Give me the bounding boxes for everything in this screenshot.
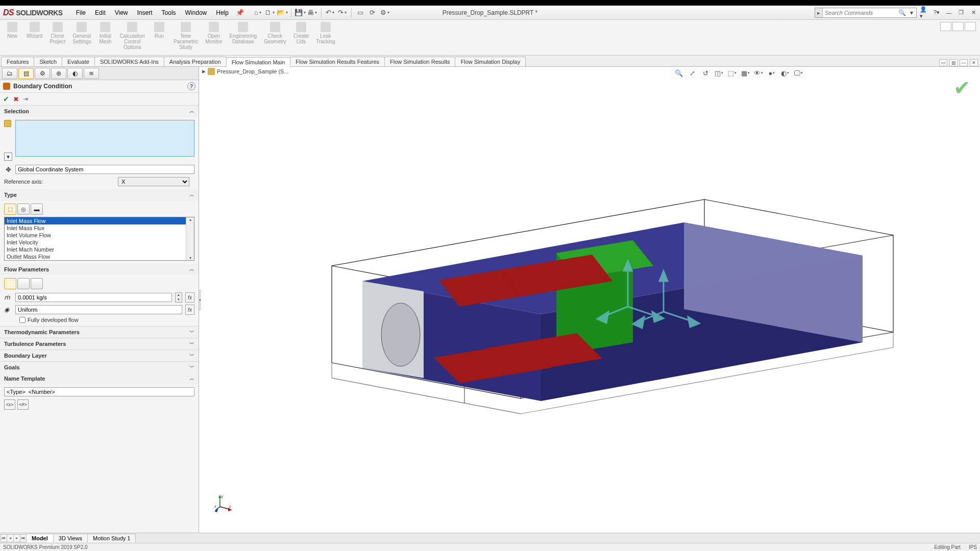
type-option[interactable]: Inlet Volume Flow bbox=[5, 232, 194, 239]
property-manager-tab[interactable]: ▤ bbox=[18, 68, 34, 79]
type-listbox[interactable]: Inlet Mass FlowInlet Mass FluxInlet Volu… bbox=[4, 217, 194, 261]
ribbon-general[interactable]: GeneralSettings bbox=[69, 21, 94, 55]
search-input[interactable] bbox=[823, 10, 898, 16]
tab-flow-simulation-results[interactable]: Flow Simulation Results bbox=[384, 57, 455, 66]
ribbon-leak[interactable]: LeakTracking bbox=[313, 21, 338, 55]
search-commands[interactable]: ▸ 🔍 ▾ bbox=[815, 8, 917, 18]
profile-input[interactable] bbox=[15, 305, 182, 314]
menu-file[interactable]: File bbox=[72, 7, 90, 18]
ok-button[interactable]: ✔ bbox=[3, 95, 9, 103]
tab-nav-next[interactable]: ▸ bbox=[13, 534, 20, 542]
cancel-button[interactable]: ✖ bbox=[13, 95, 19, 103]
flow-swirl-button[interactable] bbox=[17, 278, 30, 289]
flow-vector-button[interactable] bbox=[31, 278, 43, 289]
panel-splitter[interactable]: ◂ bbox=[199, 290, 201, 310]
filter-icon[interactable]: ▼ bbox=[4, 153, 12, 161]
tab-flow-simulation-display[interactable]: Flow Simulation Display bbox=[455, 57, 526, 66]
tab-nav-first[interactable]: ⏮ bbox=[0, 534, 7, 542]
view-orient-icon[interactable]: ⬚ bbox=[727, 68, 737, 78]
search-icon[interactable]: 🔍 bbox=[898, 9, 907, 16]
tab-sketch[interactable]: Sketch bbox=[34, 57, 62, 66]
tab-features[interactable]: Features bbox=[1, 57, 34, 66]
prev-view-icon[interactable]: ↺ bbox=[700, 68, 710, 78]
tab-nav-prev[interactable]: ◂ bbox=[7, 534, 14, 542]
zoom-fit-icon[interactable]: 🔍 bbox=[674, 68, 684, 78]
home-icon[interactable]: ⌂ bbox=[253, 8, 262, 17]
selection-list[interactable] bbox=[15, 120, 194, 157]
menu-help[interactable]: Help bbox=[212, 7, 233, 18]
flow-sim-tab[interactable]: ≋ bbox=[84, 68, 99, 79]
config-manager-tab[interactable]: ⚙ bbox=[35, 68, 50, 79]
reference-axis-select[interactable]: X bbox=[118, 177, 189, 186]
display-style-icon[interactable]: ▦ bbox=[740, 68, 750, 78]
type-option[interactable]: Outlet Mass Flow bbox=[5, 253, 194, 260]
ribbon-engineering[interactable]: EngineeringDatabase bbox=[227, 21, 260, 55]
search-scope-icon[interactable]: ▸ bbox=[815, 8, 823, 17]
section-selection-header[interactable]: Selection ︿ bbox=[0, 106, 199, 117]
viewport-close-icon[interactable]: ✕ bbox=[970, 59, 978, 66]
expand-icon[interactable]: ▶ bbox=[202, 69, 206, 74]
section-type-header[interactable]: Type ︿ bbox=[0, 189, 199, 201]
type-option[interactable]: Inlet Mach Number bbox=[5, 246, 194, 253]
search-dropdown-icon[interactable]: ▾ bbox=[907, 9, 916, 16]
dependency-button[interactable]: fx bbox=[185, 305, 194, 315]
menu-window[interactable]: Window bbox=[181, 7, 211, 18]
pushpin-icon[interactable]: ⇥ bbox=[23, 95, 28, 103]
tab-flow-simulation-results-features[interactable]: Flow Simulation Results Features bbox=[290, 57, 385, 66]
template-type-button[interactable]: <x> bbox=[4, 399, 15, 410]
redo-icon[interactable]: ↷ bbox=[338, 8, 347, 17]
flyout-tree[interactable]: ▶ Pressure_Drop_Sample (S... bbox=[202, 68, 289, 75]
ribbon-check[interactable]: CheckGeometry bbox=[261, 21, 289, 55]
undo-icon[interactable]: ↶ bbox=[326, 8, 335, 17]
ribbon-initial[interactable]: InitialMesh bbox=[95, 21, 115, 55]
orientation-triad[interactable]: y x z bbox=[214, 494, 233, 512]
type-flow-opening-button[interactable]: ⬚ bbox=[4, 204, 16, 215]
pin-menu-icon[interactable]: 📌 bbox=[236, 9, 244, 16]
section-name-template-header[interactable]: Name Template ︿ bbox=[0, 373, 199, 384]
bottom-tab-model[interactable]: Model bbox=[26, 534, 54, 542]
help-icon[interactable]: ?▾ bbox=[932, 9, 941, 17]
bottom-tab-motion-study-1[interactable]: Motion Study 1 bbox=[87, 534, 136, 542]
tab-analysis-preparation[interactable]: Analysis Preparation bbox=[164, 57, 227, 66]
bottom-tab-3d-views[interactable]: 3D Views bbox=[53, 534, 88, 542]
tab-evaluate[interactable]: Evaluate bbox=[62, 57, 95, 66]
user-icon[interactable]: 👤▾ bbox=[920, 9, 929, 17]
new-doc-icon[interactable]: 🗋 bbox=[265, 8, 275, 17]
viewport-min-icon[interactable]: — bbox=[960, 59, 968, 66]
scrollbar[interactable] bbox=[186, 217, 194, 260]
spinner[interactable]: ▴▾ bbox=[175, 292, 182, 303]
open-doc-icon[interactable]: 📂 bbox=[278, 8, 287, 17]
section-boundary-layer-header[interactable]: Boundary Layer ﹀ bbox=[0, 349, 199, 361]
section-view-icon[interactable]: ◫ bbox=[714, 68, 724, 78]
rebuild-icon[interactable]: ⟳ bbox=[368, 8, 377, 17]
coord-system-icon[interactable]: ✥ bbox=[4, 165, 12, 173]
ribbon-clone[interactable]: CloneProject bbox=[46, 21, 68, 55]
section-thermo-header[interactable]: Thermodynamic Parameters ﹀ bbox=[0, 326, 199, 338]
ribbon-open[interactable]: OpenMonitor bbox=[202, 21, 225, 55]
mass-flow-input[interactable] bbox=[15, 293, 172, 302]
flow-normal-button[interactable] bbox=[4, 278, 16, 289]
appearance-icon[interactable]: ● bbox=[767, 68, 777, 78]
coord-system-input[interactable] bbox=[15, 165, 194, 174]
tab-flow-simulation-main[interactable]: Flow Simulation Main bbox=[226, 57, 291, 67]
save-icon[interactable]: 💾 bbox=[296, 8, 305, 17]
print-icon[interactable]: 🖶 bbox=[308, 8, 317, 17]
confirm-corner-ok[interactable]: ✔ bbox=[953, 76, 971, 99]
template-number-button[interactable]: <#> bbox=[17, 399, 29, 410]
section-goals-header[interactable]: Goals ﹀ bbox=[0, 361, 199, 373]
face-select-icon[interactable] bbox=[4, 120, 11, 127]
panel-help-icon[interactable]: ? bbox=[187, 82, 195, 90]
ribbon-calculation[interactable]: CalculationControlOptions bbox=[116, 21, 148, 55]
ribbon-new[interactable]: New bbox=[2, 21, 22, 55]
menu-tools[interactable]: Tools bbox=[158, 7, 180, 18]
type-option[interactable]: Inlet Velocity bbox=[5, 239, 194, 246]
type-option[interactable]: Outlet Volume Flow bbox=[5, 260, 194, 261]
section-turbulence-header[interactable]: Turbulence Parameters ﹀ bbox=[0, 338, 199, 349]
view-settings-icon[interactable]: 🖵 bbox=[793, 68, 803, 78]
hide-show-icon[interactable]: 👁 bbox=[753, 68, 764, 78]
display-manager-tab[interactable]: ◐ bbox=[67, 68, 83, 79]
type-option[interactable]: Inlet Mass Flux bbox=[5, 224, 194, 232]
graphics-area[interactable]: ▶ Pressure_Drop_Sample (S... 🔍 ⤢ ↺ ◫ ⬚ ▦… bbox=[199, 67, 980, 533]
viewport-single-icon[interactable]: ▭ bbox=[939, 59, 947, 66]
menu-edit[interactable]: Edit bbox=[91, 7, 110, 18]
